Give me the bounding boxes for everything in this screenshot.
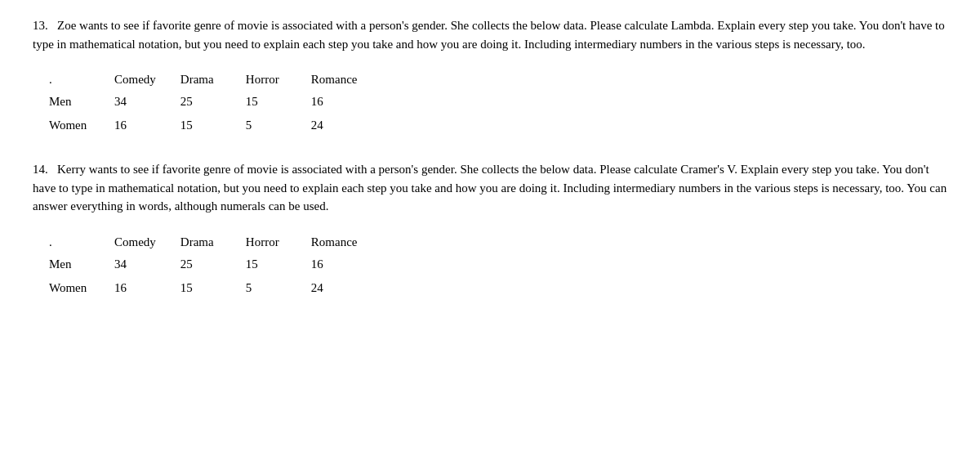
question-14-body: Kerry wants to see if favorite genre of … <box>33 163 947 213</box>
row-men-romance: 16 <box>311 253 382 276</box>
row-men-comedy: 34 <box>114 253 180 276</box>
question-13-body: Zoe wants to see if favorite genre of mo… <box>33 19 945 51</box>
row-men-label: Men <box>49 90 114 114</box>
question-13-table: . Comedy Drama Horror Romance Men 34 25 … <box>49 68 382 137</box>
row-women-comedy: 16 <box>114 114 180 137</box>
question-14-text: 14. Kerry wants to see if favorite genre… <box>33 160 947 216</box>
question-13-text: 13. Zoe wants to see if favorite genre o… <box>33 16 947 53</box>
row-women-horror: 5 <box>246 276 311 300</box>
row-women-drama: 15 <box>180 276 246 300</box>
row-men-romance: 16 <box>311 90 382 114</box>
row-women-horror: 5 <box>246 114 311 137</box>
row-women-label: Women <box>49 114 114 137</box>
question-14: 14. Kerry wants to see if favorite genre… <box>33 160 947 300</box>
table-header-romance: Romance <box>311 68 382 90</box>
question-14-number: 14. <box>33 163 48 176</box>
table-row: Men 34 25 15 16 <box>49 90 382 114</box>
table-header-row: . Comedy Drama Horror Romance <box>49 68 382 90</box>
row-women-romance: 24 <box>311 276 382 300</box>
table-header-dot: . <box>49 68 114 90</box>
table-header-horror: Horror <box>246 230 311 253</box>
row-women-romance: 24 <box>311 114 382 137</box>
table-row: Women 16 15 5 24 <box>49 276 382 300</box>
table-header-comedy: Comedy <box>114 230 180 253</box>
question-14-table: . Comedy Drama Horror Romance Men 34 25 … <box>49 230 382 300</box>
table-header-drama: Drama <box>180 68 246 90</box>
table-header-row: . Comedy Drama Horror Romance <box>49 230 382 253</box>
table-header-comedy: Comedy <box>114 68 180 90</box>
question-13: 13. Zoe wants to see if favorite genre o… <box>33 16 947 137</box>
question-13-number: 13. <box>33 19 48 32</box>
row-men-drama: 25 <box>180 90 246 114</box>
table-row: Women 16 15 5 24 <box>49 114 382 137</box>
table-row: Men 34 25 15 16 <box>49 253 382 276</box>
row-women-drama: 15 <box>180 114 246 137</box>
table-header-romance: Romance <box>311 230 382 253</box>
row-men-horror: 15 <box>246 90 311 114</box>
row-women-comedy: 16 <box>114 276 180 300</box>
row-men-horror: 15 <box>246 253 311 276</box>
table-header-drama: Drama <box>180 230 246 253</box>
row-women-label: Women <box>49 276 114 300</box>
table-header-horror: Horror <box>246 68 311 90</box>
row-men-label: Men <box>49 253 114 276</box>
row-men-drama: 25 <box>180 253 246 276</box>
table-header-dot: . <box>49 230 114 253</box>
page-content: 13. Zoe wants to see if favorite genre o… <box>33 16 947 300</box>
row-men-comedy: 34 <box>114 90 180 114</box>
